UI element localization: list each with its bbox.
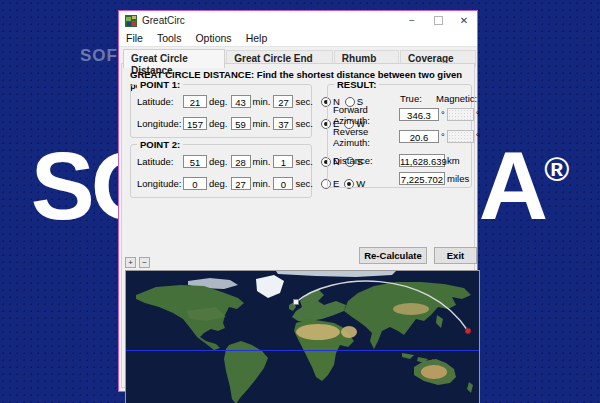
distance-km-row: Distance: 11,628.639 km — [333, 153, 468, 168]
menu-help[interactable]: Help — [239, 32, 275, 44]
point2-lat-min-input[interactable]: 28 — [231, 155, 251, 168]
maximize-icon — [434, 16, 443, 25]
point2-lon-sec-input[interactable]: 0 — [273, 177, 293, 190]
arabian-desert — [341, 326, 357, 338]
point2-lat-sec-input[interactable]: 1 — [273, 155, 293, 168]
world-map[interactable] — [125, 270, 480, 403]
point2-longitude-row: Longitude: 0 deg. 27 min. 0 sec. E W — [137, 176, 307, 191]
point1-lat-deg-input[interactable]: 21 — [183, 95, 207, 108]
min-unit-label: min. — [253, 96, 271, 107]
sec-unit-label: sec. — [295, 118, 312, 129]
point1-latitude-row: Latitude: 21 deg. 43 min. 27 sec. N S — [137, 94, 307, 109]
min-unit-label: min. — [253, 178, 271, 189]
distance-miles-field[interactable]: 7,225.702 — [399, 172, 445, 185]
map-zoom-out-button[interactable]: − — [139, 257, 150, 268]
app-icon — [125, 15, 137, 27]
reverse-azimuth-magnetic-field — [447, 130, 474, 143]
miles-unit-label: miles — [447, 173, 469, 184]
deg-unit-label: deg. — [209, 118, 228, 129]
point1-lat-sec-input[interactable]: 27 — [273, 95, 293, 108]
point1-lat-label: Latitude: — [137, 96, 183, 107]
true-column-label: True: — [400, 93, 422, 104]
point2-lon-min-input[interactable]: 27 — [231, 177, 251, 190]
point1-lon-label: Longitude: — [137, 118, 183, 129]
distance-label: Distance: — [333, 155, 399, 166]
sec-unit-label: sec. — [295, 178, 312, 189]
forward-azimuth-row: Forward Azimuth: 346.3 ° ° — [333, 107, 468, 122]
map-zoom-in-button[interactable]: + — [125, 257, 136, 268]
reverse-azimuth-true-field[interactable]: 20.6 — [399, 130, 439, 143]
degree-symbol: ° — [476, 131, 480, 142]
degree-symbol: ° — [441, 109, 445, 120]
title-bar[interactable]: GreatCirc − ✕ — [119, 11, 477, 30]
minimize-button[interactable]: − — [399, 11, 425, 30]
min-unit-label: min. — [253, 118, 271, 129]
distance-km-field[interactable]: 11,628.639 — [399, 154, 445, 167]
point1-group: POINT 1: Latitude: 21 deg. 43 min. 27 se… — [130, 84, 312, 138]
point1-marker — [465, 328, 471, 334]
deg-unit-label: deg. — [209, 156, 228, 167]
point1-longitude-row: Longitude: 157 deg. 59 min. 37 sec. E W — [137, 116, 307, 131]
point2-marker — [294, 300, 299, 305]
result-title: RESULT: — [334, 79, 379, 90]
tab-page-great-circle-distance: GREAT CIRCLE DISTANCE: Find the shortest… — [121, 63, 475, 388]
point1-lon-sec-input[interactable]: 37 — [273, 117, 293, 130]
point2-lat-label: Latitude: — [137, 156, 183, 167]
exit-button[interactable]: Exit — [434, 247, 477, 264]
km-unit-label: km — [447, 155, 460, 166]
reverse-azimuth-label: Reverse Azimuth: — [333, 126, 399, 148]
world-map-graphic — [126, 271, 479, 403]
point2-group: POINT 2: Latitude: 51 deg. 28 min. 1 sec… — [130, 144, 312, 198]
reverse-azimuth-row: Reverse Azimuth: 20.6 ° ° — [333, 129, 468, 144]
gobi-desert — [393, 303, 429, 315]
magnetic-column-label: Magnetic: — [436, 93, 477, 104]
degree-symbol: ° — [476, 109, 480, 120]
registered-mark: ® — [544, 150, 569, 188]
point2-lat-deg-input[interactable]: 51 — [183, 155, 207, 168]
point1-lon-deg-input[interactable]: 157 — [183, 117, 207, 130]
sec-unit-label: sec. — [295, 96, 312, 107]
result-group: RESULT: True: Magnetic: Forward Azimuth:… — [327, 84, 472, 188]
australian-outback — [421, 365, 447, 379]
close-button[interactable]: ✕ — [451, 11, 477, 30]
window-title: GreatCirc — [142, 15, 399, 26]
forward-azimuth-true-field[interactable]: 346.3 — [399, 108, 439, 121]
point2-lon-label: Longitude: — [137, 178, 183, 189]
menu-file[interactable]: File — [119, 32, 150, 44]
point2-latitude-row: Latitude: 51 deg. 28 min. 1 sec. N S — [137, 154, 307, 169]
softpedia-watermark: SOF — [80, 46, 118, 66]
greatcirc-window: GreatCirc − ✕ File Tools Options Help Gr… — [118, 10, 478, 392]
sec-unit-label: sec. — [295, 156, 312, 167]
deg-unit-label: deg. — [209, 178, 228, 189]
forward-azimuth-label: Forward Azimuth: — [333, 104, 399, 126]
menu-tools[interactable]: Tools — [150, 32, 189, 44]
degree-symbol: ° — [441, 131, 445, 142]
distance-miles-row: 7,225.702 miles — [333, 171, 468, 186]
point1-title: POINT 1: — [137, 79, 183, 90]
sahara-desert — [296, 324, 340, 340]
point1-lon-min-input[interactable]: 59 — [231, 117, 251, 130]
maximize-button — [425, 11, 451, 30]
deg-unit-label: deg. — [209, 96, 228, 107]
menu-options[interactable]: Options — [188, 32, 238, 44]
recalculate-button[interactable]: Re-Calculate — [359, 247, 427, 264]
point2-lon-deg-input[interactable]: 0 — [183, 177, 207, 190]
menu-bar: File Tools Options Help — [119, 30, 477, 47]
tab-great-circle-distance[interactable]: Great Circle Distance — [123, 49, 225, 68]
point2-title: POINT 2: — [137, 139, 183, 150]
forward-azimuth-magnetic-field — [447, 108, 474, 121]
point1-lat-min-input[interactable]: 43 — [231, 95, 251, 108]
min-unit-label: min. — [253, 156, 271, 167]
